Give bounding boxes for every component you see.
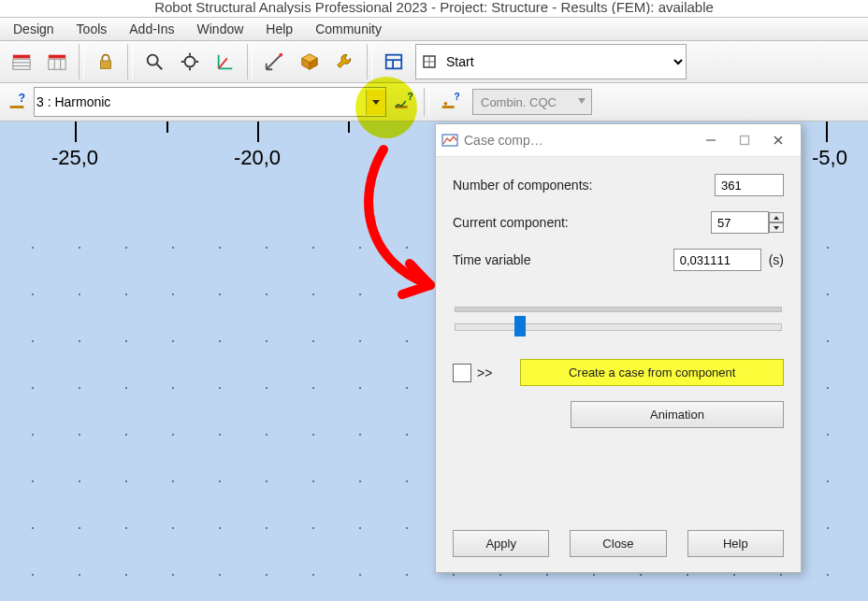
current-component-input[interactable] [711, 211, 769, 234]
svg-rect-4 [49, 55, 65, 59]
component-slider[interactable] [455, 323, 782, 331]
case-component-button[interactable]: ? [388, 88, 418, 116]
time-variable-input[interactable] [673, 249, 761, 271]
ruler-tick-label: -5,0 [812, 146, 847, 170]
ruler-tick-label: -25,0 [51, 146, 98, 170]
animation-button[interactable]: Animation [571, 401, 784, 428]
svg-text:?: ? [19, 92, 25, 105]
svg-text:?: ? [455, 92, 460, 102]
current-component-spin-down[interactable] [769, 222, 784, 233]
structure-icon [416, 49, 442, 75]
dialog-titlebar[interactable]: Case comp… [436, 124, 801, 157]
tool-axes-icon[interactable] [210, 46, 241, 78]
app-title: Robot Structural Analysis Professional 2… [0, 0, 868, 14]
menu-help[interactable]: Help [254, 18, 304, 40]
case-component-alt-button[interactable]: ? [435, 88, 465, 116]
combination-select: Combin. CQC [472, 89, 592, 115]
case-component-dialog: Case comp… Number of components: Current… [435, 123, 802, 573]
menu-window[interactable]: Window [186, 18, 255, 40]
svg-rect-25 [741, 136, 749, 145]
tool-table-a-icon[interactable] [6, 46, 37, 78]
advance-checkbox-label: >> [477, 365, 492, 380]
svg-point-11 [185, 57, 195, 67]
maximize-button[interactable] [728, 127, 761, 153]
tool-zoom-icon[interactable] [138, 46, 170, 78]
svg-rect-1 [13, 59, 30, 69]
tool-lock-icon[interactable] [90, 46, 122, 78]
case-toolbar: ? ? ? Combin. CQC [0, 83, 868, 122]
tool-layout-icon[interactable] [378, 46, 410, 78]
svg-rect-0 [13, 55, 30, 59]
svg-point-21 [444, 102, 448, 106]
create-case-button[interactable]: Create a case from component [520, 359, 784, 386]
svg-rect-8 [101, 61, 111, 68]
svg-rect-5 [49, 59, 65, 69]
advance-checkbox[interactable] [453, 364, 471, 382]
menu-tools[interactable]: Tools [65, 18, 119, 40]
close-button[interactable] [761, 127, 795, 153]
menu-community[interactable]: Community [304, 18, 393, 40]
case-help-icon[interactable]: ? [4, 89, 30, 115]
ncomponents-label: Number of components: [453, 178, 715, 193]
load-case-dropdown-icon[interactable] [366, 90, 385, 115]
svg-point-9 [148, 55, 158, 65]
dialog-icon [441, 132, 458, 149]
current-component-spin-up[interactable] [769, 212, 784, 222]
ncomponents-input[interactable] [715, 174, 784, 196]
menu-design[interactable]: Design [2, 18, 65, 40]
apply-button[interactable]: Apply [453, 530, 549, 557]
tool-table-b-icon[interactable] [41, 46, 73, 78]
ruler-tick-label: -20,0 [234, 146, 281, 170]
time-unit-label: (s) [769, 252, 784, 267]
slider-scale [455, 307, 782, 312]
menu-bar: Design Tools Add-Ins Window Help Communi… [0, 17, 868, 41]
load-case-selector[interactable] [34, 87, 386, 117]
svg-text:?: ? [408, 92, 413, 102]
svg-line-10 [157, 64, 163, 70]
slider-thumb[interactable] [514, 316, 526, 336]
main-toolbar: Start [0, 41, 868, 83]
layout-select[interactable]: Start [442, 48, 686, 76]
tool-zoom-all-icon[interactable] [174, 46, 206, 78]
tool-measure-icon[interactable] [258, 46, 290, 78]
tool-cube-icon[interactable] [294, 46, 326, 78]
help-button[interactable]: Help [687, 530, 784, 557]
dialog-title: Case comp… [464, 133, 543, 148]
menu-addins[interactable]: Add-Ins [118, 18, 185, 40]
minimize-button[interactable] [694, 127, 728, 153]
close-dialog-button[interactable]: Close [570, 530, 666, 557]
svg-point-12 [280, 53, 283, 57]
load-case-input[interactable] [35, 89, 366, 116]
combination-label: Combin. CQC [481, 95, 557, 109]
current-component-label: Current component: [453, 215, 711, 230]
time-variable-label: Time variable [453, 252, 673, 267]
layout-selector[interactable]: Start [415, 44, 687, 79]
tool-wrench-icon[interactable] [329, 46, 361, 78]
